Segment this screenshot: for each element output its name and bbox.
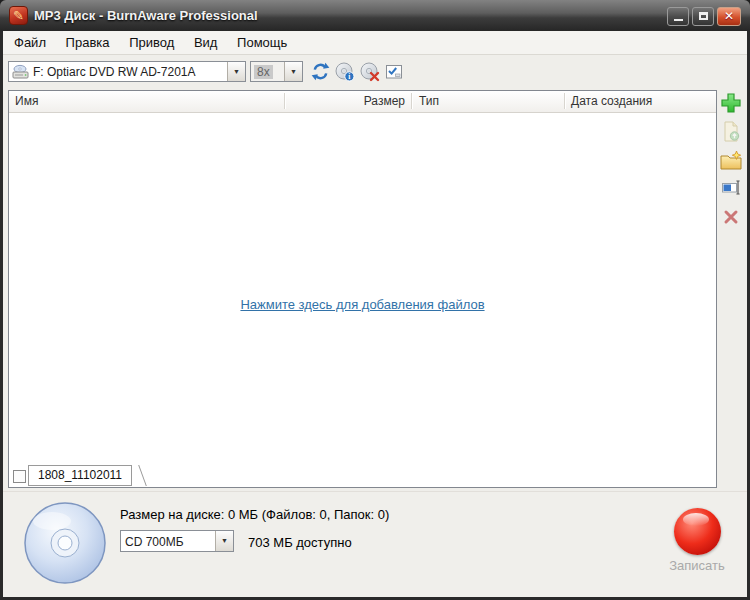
- speed-select-arrow[interactable]: ▼: [284, 62, 302, 81]
- window-controls: ✕: [667, 7, 741, 26]
- side-toolbar: [717, 92, 745, 232]
- document-add-icon: [722, 128, 740, 145]
- minimize-button[interactable]: [667, 7, 689, 26]
- disc-type-select[interactable]: CD 700МБ ▼: [120, 530, 234, 552]
- titlebar[interactable]: ✎ MP3 Диск - BurnAware Professional ✕: [0, 0, 750, 31]
- burn-button-label: Записать: [657, 558, 737, 573]
- menu-drive[interactable]: Привод: [121, 31, 182, 54]
- disc-erase-icon: [360, 68, 380, 85]
- options-icon: [385, 67, 403, 84]
- app-window: ✎ MP3 Диск - BurnAware Professional ✕ Фа…: [0, 0, 750, 600]
- chevron-down-icon: ▼: [233, 68, 240, 75]
- column-divider[interactable]: [284, 93, 286, 109]
- menubar: Файл Правка Привод Вид Помощь: [3, 31, 747, 55]
- add-file-disabled-button[interactable]: [719, 121, 743, 145]
- disc-info-button[interactable]: i: [334, 62, 356, 84]
- burn-pencil-icon: ✎: [10, 7, 27, 24]
- chevron-down-icon: ▼: [221, 537, 228, 544]
- column-divider[interactable]: [564, 93, 566, 109]
- toolbar: F: Optiarc DVD RW AD-7201A ▼ 8x ▼: [3, 55, 747, 88]
- file-list: Имя Размер Тип Дата создания Нажмите зде…: [8, 90, 717, 488]
- status-panel: Размер на диске: 0 МБ (Файлов: 0, Папок:…: [3, 491, 747, 597]
- options-button[interactable]: [383, 63, 405, 85]
- app-icon: ✎: [9, 6, 28, 25]
- column-header-name[interactable]: Имя: [15, 94, 38, 108]
- new-folder-button[interactable]: [719, 150, 743, 174]
- disc-label-checkbox[interactable]: [13, 470, 26, 483]
- speed-select[interactable]: 8x ▼: [250, 61, 303, 82]
- add-files-button[interactable]: [719, 92, 743, 116]
- rename-icon: [721, 182, 741, 199]
- disc-label-tab[interactable]: 1808_11102011: [28, 465, 132, 486]
- column-header-type[interactable]: Тип: [419, 94, 439, 108]
- refresh-icon: [311, 67, 330, 84]
- drive-select[interactable]: F: Optiarc DVD RW AD-7201A ▼: [8, 61, 246, 82]
- menu-file[interactable]: Файл: [6, 31, 54, 54]
- disc-type-arrow[interactable]: ▼: [215, 531, 233, 551]
- disc-size-info: Размер на диске: 0 МБ (Файлов: 0, Папок:…: [120, 507, 389, 522]
- menu-view[interactable]: Вид: [186, 31, 226, 54]
- menu-help[interactable]: Помощь: [229, 31, 295, 54]
- drive-select-arrow[interactable]: ▼: [227, 62, 245, 81]
- minimize-icon: [674, 19, 683, 21]
- remove-button[interactable]: [719, 208, 743, 232]
- available-space-text: 703 МБ доступно: [248, 535, 352, 550]
- chevron-down-icon: ▼: [290, 68, 297, 75]
- speed-select-value: 8x: [254, 65, 273, 79]
- column-header-date[interactable]: Дата создания: [571, 94, 652, 108]
- disc-type-value: CD 700МБ: [125, 535, 184, 549]
- drive-select-value: F: Optiarc DVD RW AD-7201A: [33, 65, 196, 79]
- close-button[interactable]: ✕: [717, 7, 741, 26]
- add-files-link[interactable]: Нажмите здесь для добавления файлов: [9, 297, 716, 312]
- client-area: Файл Правка Привод Вид Помощь F: Optiar: [3, 31, 747, 597]
- burn-button[interactable]: [674, 508, 721, 555]
- maximize-icon: [699, 12, 708, 20]
- cd-disc-icon: [22, 500, 108, 590]
- add-plus-icon: [720, 100, 742, 117]
- erase-disc-button[interactable]: [359, 62, 381, 84]
- rename-button[interactable]: [719, 179, 743, 203]
- maximize-button[interactable]: [692, 7, 714, 26]
- column-header-size[interactable]: Размер: [309, 94, 405, 108]
- svg-text:i: i: [348, 72, 350, 81]
- close-icon: ✕: [718, 8, 740, 25]
- menu-edit[interactable]: Правка: [58, 31, 118, 54]
- window-title: MP3 Диск - BurnAware Professional: [34, 0, 258, 31]
- column-divider[interactable]: [411, 93, 413, 109]
- file-list-header: Имя Размер Тип Дата создания: [9, 91, 716, 113]
- disc-info-icon: i: [335, 68, 355, 85]
- new-folder-icon: [720, 156, 742, 173]
- refresh-button[interactable]: [309, 62, 331, 84]
- delete-x-icon: [722, 212, 740, 229]
- drive-icon: [12, 64, 30, 83]
